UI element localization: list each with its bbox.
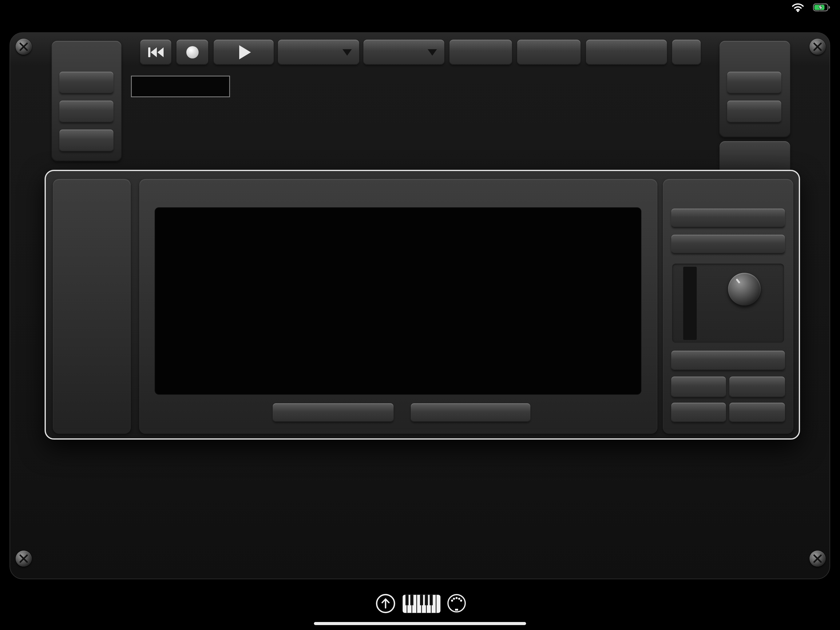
status-right: [791, 0, 831, 15]
app-window: [9, 32, 830, 579]
keyboard-icon[interactable]: [402, 594, 441, 613]
audio-editor-title: [139, 179, 657, 184]
edit-buttons: [53, 179, 131, 434]
screen: [0, 0, 840, 630]
wifi-icon: [791, 2, 804, 12]
mono-button[interactable]: [671, 209, 785, 228]
controls-panel: [663, 179, 793, 434]
level-meter: [683, 267, 697, 340]
status-bar: [0, 0, 840, 15]
monitor-button[interactable]: [671, 377, 726, 397]
trigger-level-box: [672, 264, 784, 343]
waveform-left-channel: [156, 209, 640, 300]
midi-icon[interactable]: [447, 594, 466, 613]
record-sample-button[interactable]: [671, 351, 785, 370]
waveform-display[interactable]: [155, 207, 641, 395]
audio-editor-panel: [139, 179, 657, 434]
trigger-level-knob[interactable]: [728, 273, 761, 306]
controls-panel-title: [663, 179, 793, 184]
add-sample-button[interactable]: [411, 403, 531, 422]
share-icon[interactable]: [376, 594, 396, 614]
battery-charging-icon: [813, 3, 831, 12]
auto-stop-button[interactable]: [671, 235, 785, 254]
knob-pointer-icon: [734, 277, 745, 290]
home-indicator[interactable]: [314, 622, 526, 625]
edit-panel: [53, 179, 131, 434]
play-sample-button[interactable]: [671, 403, 726, 423]
close-button[interactable]: [273, 403, 393, 422]
input-button[interactable]: [729, 377, 785, 397]
audio-editor-modal: [44, 170, 800, 440]
stop-sample-button[interactable]: [729, 403, 785, 423]
waveform-right-channel: [156, 302, 640, 393]
